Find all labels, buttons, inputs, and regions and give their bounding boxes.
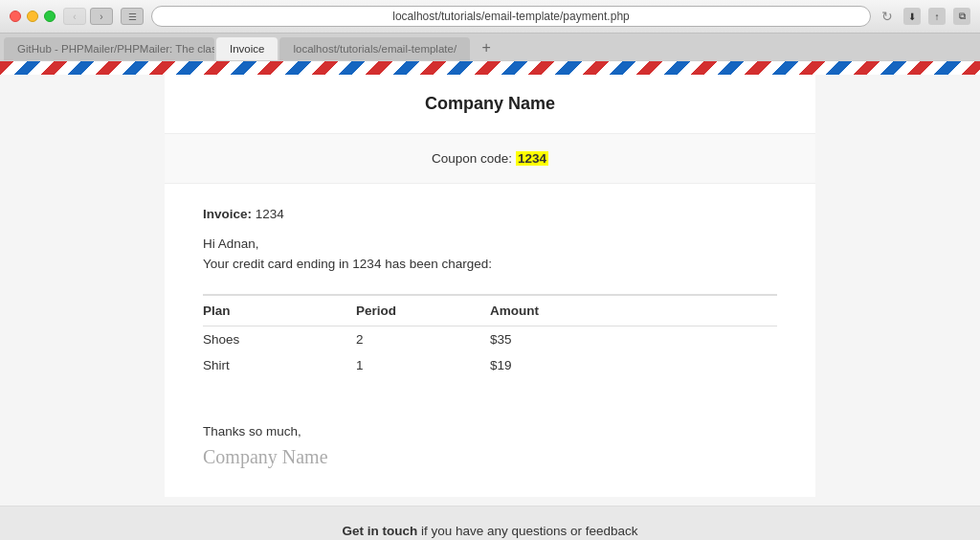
address-bar[interactable]: localhost/tutorials/email-template/payme…: [151, 6, 871, 27]
get-in-touch-text: Get in touch: [342, 524, 417, 538]
cell-amount: $19: [490, 352, 777, 378]
window-controls: [10, 11, 56, 22]
email-header: Company Name: [165, 75, 815, 134]
table-row: Shoes 2 $35: [203, 326, 777, 353]
airmail-border-top: [0, 61, 980, 75]
table-row: Shirt 1 $19: [203, 352, 777, 378]
reload-button[interactable]: ↻: [879, 8, 896, 25]
browser-chrome: ‹ › ☰ localhost/tutorials/email-template…: [0, 0, 980, 61]
cell-plan: Shirt: [203, 352, 356, 378]
col-header-period: Period: [356, 295, 490, 326]
email-body: Invoice: 1234 Hi Adnan, Your credit card…: [165, 184, 815, 424]
company-name-header: Company Name: [184, 94, 796, 114]
footer-bar: Get in touch if you have any questions o…: [0, 506, 980, 540]
page-content: Company Name Coupon code: 1234 Invoice: …: [0, 75, 980, 506]
maximize-button[interactable]: [44, 11, 56, 22]
new-tab-icon[interactable]: ⧉: [953, 8, 970, 25]
invoice-line: Invoice: 1234: [203, 207, 777, 221]
cell-period: 2: [356, 326, 490, 353]
plus-icon: +: [481, 39, 490, 56]
cell-period: 1: [356, 352, 490, 378]
minimize-button[interactable]: [27, 11, 38, 22]
tab-invoice-label: Invoice: [230, 43, 264, 55]
footer-subtext: if you have any questions or feedback: [421, 524, 638, 538]
coupon-code: 1234: [516, 151, 548, 166]
tab-invoice[interactable]: Invoice: [216, 37, 278, 60]
reader-icon: ☰: [128, 11, 137, 22]
coupon-section: Coupon code: 1234: [165, 134, 815, 184]
tab-github-label: GitHub - PHPMailer/PHPMailer: The classi…: [17, 43, 214, 55]
cell-plan: Shoes: [203, 326, 356, 353]
browser-icons: ⬇ ↑ ⧉: [903, 8, 970, 25]
add-tab-button[interactable]: +: [476, 37, 497, 58]
reload-icon: ↻: [881, 9, 893, 24]
greeting-text: Hi Adnan,: [203, 236, 777, 251]
signature-text: Company Name: [203, 446, 777, 468]
nav-buttons: ‹ ›: [63, 8, 113, 25]
tab-localhost[interactable]: localhost/tutorials/email-template/: [279, 37, 470, 60]
browser-toolbar: ‹ › ☰ localhost/tutorials/email-template…: [0, 0, 980, 34]
forward-button[interactable]: ›: [90, 8, 113, 25]
thanks-text: Thanks so much,: [203, 424, 777, 439]
forward-icon: ›: [100, 11, 102, 22]
download-icon[interactable]: ⬇: [903, 8, 921, 25]
invoice-number: 1234: [256, 207, 284, 221]
back-icon: ‹: [73, 11, 76, 22]
email-container: Company Name Coupon code: 1234 Invoice: …: [165, 75, 815, 497]
invoice-table: Plan Period Amount Shoes 2 $35 Shirt 1 $…: [203, 294, 777, 378]
col-header-amount: Amount: [490, 295, 777, 326]
close-button[interactable]: [10, 11, 21, 22]
share-icon[interactable]: ↑: [928, 8, 946, 25]
tabs-bar: GitHub - PHPMailer/PHPMailer: The classi…: [0, 34, 980, 60]
url-text: localhost/tutorials/email-template/payme…: [392, 10, 629, 23]
charge-text: Your credit card ending in 1234 has been…: [203, 257, 777, 271]
back-button[interactable]: ‹: [63, 8, 86, 25]
reader-view-button[interactable]: ☰: [121, 8, 144, 25]
email-footer-body: Thanks so much, Company Name: [165, 424, 815, 497]
coupon-label: Coupon code:: [432, 151, 512, 166]
tab-github[interactable]: GitHub - PHPMailer/PHPMailer: The classi…: [4, 37, 214, 60]
col-header-plan: Plan: [203, 295, 356, 326]
cell-amount: $35: [490, 326, 777, 353]
invoice-label: Invoice:: [203, 207, 252, 221]
tab-localhost-label: localhost/tutorials/email-template/: [293, 43, 457, 55]
